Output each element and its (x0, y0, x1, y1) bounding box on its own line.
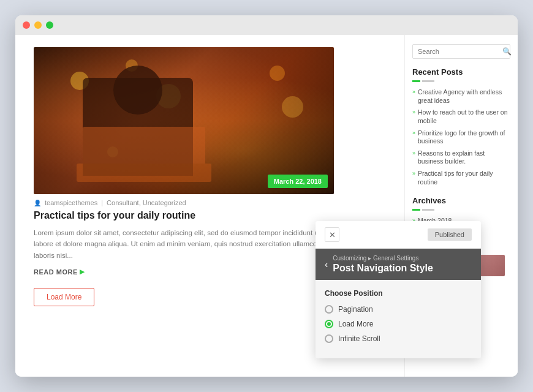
search-input[interactable] (418, 48, 502, 55)
recent-posts-underline (412, 80, 434, 82)
infinite-scroll-label: Infinite Scroll (338, 334, 380, 343)
load-more-radio[interactable] (325, 320, 333, 328)
date-badge: March 22, 2018 (268, 175, 328, 188)
post-image-wrap: March 22, 2018 (34, 47, 334, 194)
read-more-link[interactable]: READ MORE ▶ (34, 268, 334, 276)
post-categories: Consultant, Uncategorized (107, 199, 186, 206)
customizer-header: ✕ Published (316, 221, 481, 249)
recent-post-item[interactable]: » How to reach out to the user on mobile (412, 108, 510, 125)
recent-post-text: How to reach out to the user on mobile (418, 108, 510, 125)
recent-post-text: Prioritize logo for the growth of busine… (418, 129, 510, 146)
infinite-scroll-option[interactable]: Infinite Scroll (325, 334, 472, 343)
recent-post-text: Reasons to explain fast business builder… (418, 149, 510, 166)
archives-underline (412, 209, 434, 211)
post-image: March 22, 2018 (34, 47, 334, 194)
customizer-back-button[interactable]: ‹ (325, 259, 328, 270)
chevron-icon: » (412, 89, 415, 96)
recent-post-item[interactable]: » Creative Agency with endless great ide… (412, 88, 510, 105)
read-more-text: READ MORE (34, 268, 78, 276)
laptop-screen-silhouette (83, 127, 205, 164)
recent-posts-section: Recent Posts » Creative Agency with endl… (412, 67, 510, 186)
post-card: March 22, 2018 👤 teamspicethemes | Consu… (34, 47, 334, 306)
archives-section: Archives » March 2018 (412, 196, 510, 224)
load-more-button[interactable]: Load More (34, 288, 94, 306)
post-title: Practical tips for your daily routine (34, 209, 334, 222)
sidebar-search[interactable]: 🔍 (412, 44, 510, 59)
breadcrumb: Customizing ▸ General Settings (333, 255, 433, 262)
customizer-panel: ✕ Published ‹ Customizing ▸ General Sett… (316, 221, 481, 358)
head-silhouette (113, 66, 162, 115)
meta-separator: | (101, 199, 103, 206)
panel-title: Post Navigation Style (333, 263, 433, 273)
published-badge: Published (428, 228, 472, 241)
archives-title: Archives (412, 196, 510, 205)
chevron-icon: » (412, 170, 415, 178)
bokeh-light (282, 96, 303, 118)
maximize-dot[interactable] (46, 21, 53, 29)
customizer-nav-info: Customizing ▸ General Settings Post Navi… (333, 255, 433, 274)
chevron-icon: » (412, 150, 415, 157)
customizer-close-button[interactable]: ✕ (325, 227, 339, 242)
recent-posts-title: Recent Posts (412, 67, 510, 77)
infinite-scroll-radio[interactable] (325, 334, 333, 343)
pagination-option[interactable]: Pagination (325, 305, 472, 314)
titlebar (15, 15, 518, 35)
close-dot[interactable] (23, 21, 30, 29)
chevron-icon: » (412, 109, 415, 116)
customizer-nav: ‹ Customizing ▸ General Settings Post Na… (316, 249, 481, 280)
choose-position-label: Choose Position (325, 289, 472, 298)
post-excerpt: Lorem ipsum dolor sit amet, consectetur … (34, 227, 334, 261)
read-more-arrow: ▶ (80, 268, 85, 275)
pagination-label: Pagination (338, 305, 373, 314)
pagination-radio[interactable] (325, 305, 333, 314)
browser-content: March 22, 2018 👤 teamspicethemes | Consu… (15, 35, 518, 377)
search-icon[interactable]: 🔍 (502, 47, 512, 56)
bokeh-light (270, 66, 285, 81)
load-more-label: Load More (338, 320, 373, 328)
recent-post-item[interactable]: » Prioritize logo for the growth of busi… (412, 129, 510, 146)
post-meta: 👤 teamspicethemes | Consultant, Uncatego… (34, 199, 334, 206)
load-more-option[interactable]: Load More (325, 320, 472, 328)
author-icon: 👤 (34, 200, 41, 206)
browser-window: March 22, 2018 👤 teamspicethemes | Consu… (15, 15, 518, 377)
recent-post-text: Practical tips for your daily routine (418, 170, 510, 186)
recent-post-text: Creative Agency with endless great ideas (418, 88, 510, 105)
post-author: teamspicethemes (45, 199, 97, 206)
laptop-silhouette (77, 164, 211, 182)
customizer-body: Choose Position Pagination Load More Inf… (316, 280, 481, 358)
recent-post-item[interactable]: » Practical tips for your daily routine (412, 170, 510, 186)
chevron-icon: » (412, 130, 415, 137)
recent-post-item[interactable]: » Reasons to explain fast business build… (412, 149, 510, 166)
minimize-dot[interactable] (34, 21, 42, 29)
